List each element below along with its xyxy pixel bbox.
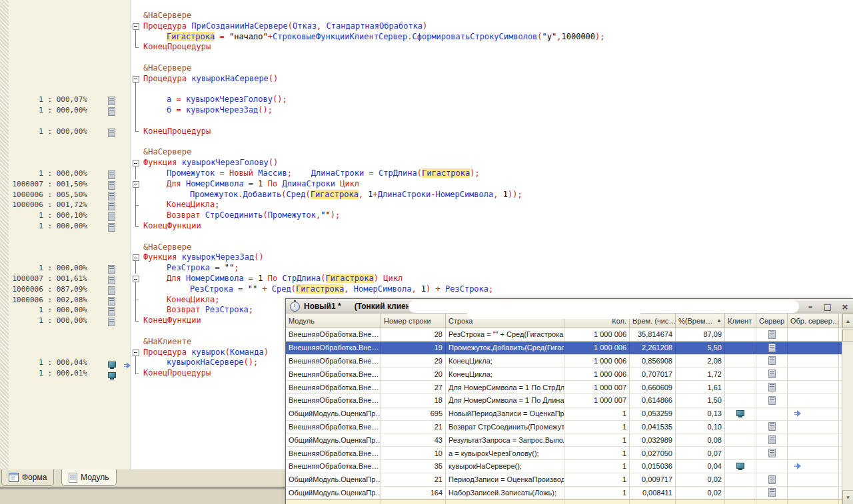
code-token: . (407, 32, 412, 41)
cell-pct: 0,04 (676, 460, 725, 473)
code-token: РезСтрока (190, 284, 233, 294)
cell-count: 1 000 006 (564, 328, 630, 341)
code-line (131, 85, 143, 95)
tab-form[interactable]: Форма (1, 469, 54, 486)
code-line (131, 116, 143, 126)
code-token: ; (215, 200, 219, 209)
table-row[interactable]: ВнешняяОбработка.Вне…20КонецЦикла;1 000 … (286, 368, 842, 381)
ide-screen: &НаСервереПроцедура ПриСозданииНаСервере… (0, 0, 853, 504)
profiler-rows: ВнешняяОбработка.Вне…28РезСтрока = "" + … (286, 328, 842, 499)
col-header-label: Модуль (289, 317, 315, 325)
close-icon[interactable]: × (840, 302, 850, 312)
footer-cell-pct: 5,50 (676, 500, 725, 504)
col-header-line[interactable]: Номер строки (381, 314, 446, 328)
gutter-perf-row: 1000006 : 002,08% (0, 295, 130, 306)
cell-line: 29 (381, 355, 446, 368)
gutter-perf-row: 1000006 : 087,09% (0, 284, 130, 295)
gutter-perf-row: 1 : 000,00% (0, 263, 130, 274)
code-token: ( (291, 284, 296, 294)
fold-toggle-icon[interactable] (131, 74, 143, 85)
gutter-perf-value: 1000007 : 001,61% (0, 274, 87, 284)
col-header-client[interactable]: Клиент (725, 314, 756, 328)
code-token: 1 (503, 190, 508, 199)
fold-toggle-icon[interactable] (131, 252, 143, 263)
code-line: Промежуток.Добавить(Сред(Гигастрока, 1+Д… (131, 190, 522, 200)
cell-pct: 5,50 (676, 342, 725, 354)
cell-pct: 0,02 (676, 473, 725, 486)
table-row[interactable]: ВнешняяОбработка.Вне…27Для НомерСимвола … (286, 381, 842, 394)
server-icon (768, 422, 776, 431)
cell-line: 695 (381, 407, 446, 420)
gutter-perf-row: 1 : 000,00% (0, 316, 130, 326)
fold-gutter (131, 284, 143, 295)
table-row[interactable]: ВнешняяОбработка.Вне…19Промежуток.Добави… (286, 342, 842, 355)
table-row[interactable]: ВнешняяОбработка.Вне…18Для НомерСимвола … (286, 394, 842, 407)
code-token: Промежуток (268, 210, 316, 220)
table-row[interactable]: ВнешняяОбработка.Вне…35кувырокНаСервере(… (286, 460, 842, 473)
fold-toggle-icon[interactable] (131, 274, 143, 284)
cell-server (756, 460, 788, 473)
gutter-perf-row: 1 : 000,04% (0, 358, 130, 368)
code-line: Для НомерСимвола = 1 По ДлинаСтроки Цикл (131, 179, 359, 190)
col-header-module[interactable]: Модуль (286, 314, 381, 328)
minimize-icon[interactable]: – (806, 302, 815, 312)
code-token: ( (321, 274, 325, 283)
gutter-perf-value: 1 : 000,00% (0, 221, 87, 232)
scrollbar-thumb[interactable] (842, 330, 853, 342)
table-row[interactable]: ВнешняяОбработка.Вне…28РезСтрока = "" + … (286, 328, 842, 342)
table-row[interactable]: ВнешняяОбработка.Вне…10а = кувырокЧерезГ… (286, 447, 842, 460)
cell-pct: 0,02 (676, 487, 725, 499)
code-token: Сред (287, 190, 306, 199)
cell-code: КонецЦикла; (446, 355, 564, 368)
cell-count: 1 000 007 (564, 394, 630, 407)
code-line: Функция кувырокЧерезЗад() (131, 252, 264, 263)
code-token: &НаСервере (143, 242, 191, 252)
code-line: &НаСервере (131, 242, 191, 253)
code-text: Возврат СтрСоединить(Промежуток,""); (143, 210, 340, 221)
tab-module[interactable]: Модуль (61, 469, 117, 486)
code-text: КонецПроцедуры (143, 126, 211, 137)
code-token: Команда (230, 348, 264, 357)
maximize-icon[interactable]: □ (823, 302, 832, 312)
code-line: Процедура кувырокНаСервере() (131, 74, 278, 85)
server-icon (108, 318, 115, 326)
cell-client (725, 394, 756, 407)
fold-toggle-icon[interactable] (131, 21, 143, 32)
code-token: СформироватьСтрокуСимволов (413, 32, 538, 41)
cell-line: 21 (381, 421, 446, 433)
cell-client (725, 407, 756, 420)
code-line: Функция кувырокЧерезГолову() (131, 158, 278, 168)
fold-gutter (131, 190, 143, 200)
cell-server (756, 407, 788, 420)
gutter-perf-row: 1 : 000,10% (0, 210, 130, 221)
table-row[interactable]: ОбщийМодуль.ОценкаПр…695НовыйПериодЗапис… (286, 407, 842, 421)
cell-time: 0,015036 (630, 460, 676, 473)
col-header-call[interactable]: Обр. сервер… (788, 314, 839, 328)
table-row[interactable]: ОбщийМодуль.ОценкаПр…164НаборЗаписей.Зап… (286, 487, 842, 500)
gutter-perf-row: 1 : 000,07% (0, 95, 130, 105)
fold-gutter (131, 316, 143, 326)
table-row[interactable]: ВнешняяОбработка.Вне…29КонецЦикла;1 000 … (286, 355, 842, 368)
cell-module: ВнешняяОбработка.Вне… (286, 355, 381, 368)
fold-toggle-icon[interactable] (131, 179, 143, 190)
col-header-server[interactable]: Сервер (756, 314, 788, 328)
code-token: () (269, 158, 278, 167)
fold-toggle-icon[interactable] (131, 158, 143, 168)
table-row[interactable]: ОбщийМодуль.ОценкаПр…21ПериодЗаписи = Оц… (286, 473, 842, 487)
scroll-down-icon[interactable]: ▼ (842, 490, 853, 504)
cell-count: 1 (564, 487, 630, 499)
fold-toggle-icon[interactable] (131, 348, 143, 358)
cell-call (788, 328, 839, 341)
code-token: Возврат (167, 305, 201, 314)
highlighted-word: Гигастрока (296, 284, 344, 294)
code-text: КонецФункции (143, 316, 201, 326)
scroll-up-icon[interactable]: ▲ (842, 314, 853, 328)
code-text: КонецФункции (143, 221, 201, 232)
vertical-scrollbar[interactable]: ▲ ▼ (842, 314, 853, 504)
col-header-pct[interactable]: %(Врем…▲ (676, 314, 725, 328)
server-icon (108, 286, 115, 295)
cell-call (788, 342, 839, 354)
table-row[interactable]: ОбщийМодуль.ОценкаПр…43РезультатЗапроса … (286, 433, 842, 447)
code-token: &НаСервере (143, 11, 191, 20)
table-row[interactable]: ВнешняяОбработка.Вне…21Возврат СтрСоедин… (286, 421, 842, 434)
